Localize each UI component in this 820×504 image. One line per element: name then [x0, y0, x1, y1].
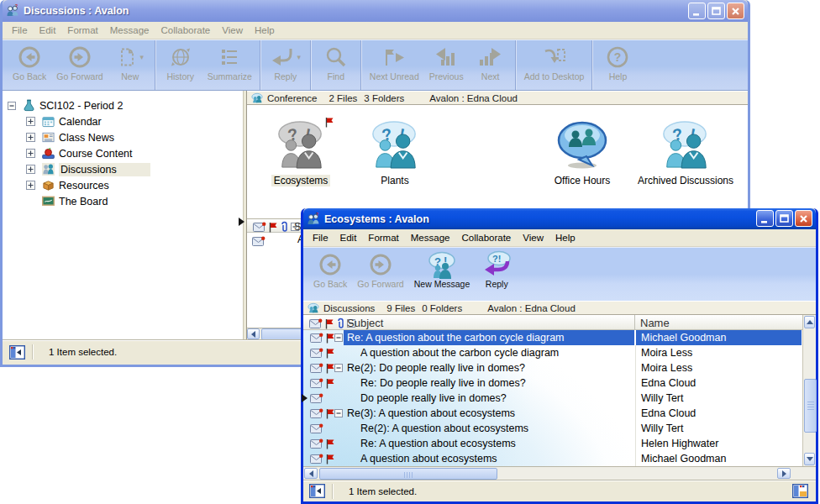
- menu-collaborate[interactable]: Collaborate: [455, 233, 517, 243]
- collapse-thread-icon[interactable]: [334, 409, 343, 417]
- menu-edit[interactable]: Edit: [34, 25, 62, 35]
- message-row[interactable]: Do people really live in domes?Willy Ter…: [303, 391, 802, 406]
- message-subject[interactable]: A question about the carbon cycle diagra…: [344, 345, 634, 360]
- menu-view[interactable]: View: [517, 233, 549, 243]
- message-row[interactable]: Re(2): Do people really live in domes?Mo…: [303, 360, 802, 375]
- message-author[interactable]: Edna Cloud: [635, 375, 802, 391]
- minimize-button[interactable]: [688, 3, 706, 19]
- toolbar-new-message-button[interactable]: ?!New Message: [409, 248, 476, 301]
- toolbar-go-forward-button[interactable]: Go Forward: [51, 40, 108, 90]
- scroll-up-button[interactable]: [804, 316, 815, 328]
- conference-item-archived-discussions[interactable]: ?!Archived Discussions: [627, 120, 744, 187]
- message-row[interactable]: Re: A question about the carbon cycle di…: [303, 330, 802, 345]
- message-row[interactable]: A question about the carbon cycle diagra…: [303, 345, 802, 360]
- toggle-right-pane-icon[interactable]: [792, 484, 808, 498]
- menu-help[interactable]: Help: [549, 233, 581, 243]
- toolbar-summarize-button[interactable]: Summarize: [202, 40, 257, 90]
- message-author[interactable]: Helen Highwater: [635, 436, 802, 451]
- toolbar-go-back-button[interactable]: Go Back: [308, 248, 352, 301]
- toolbar-go-back-button[interactable]: Go Back: [8, 40, 51, 90]
- tree-root-sci102[interactable]: SCI102 - Period 2: [3, 97, 243, 113]
- toolbar-help-button[interactable]: ?Help: [596, 40, 639, 90]
- tree-item-discussions[interactable]: Discussions: [3, 161, 243, 177]
- message-subject[interactable]: Re(2): A question about ecosystems: [344, 421, 634, 436]
- collapse-thread-icon[interactable]: [334, 333, 343, 342]
- scroll-right-button[interactable]: [777, 468, 791, 479]
- tree-item-course-content[interactable]: Course Content: [3, 145, 243, 161]
- minimize-button[interactable]: [756, 210, 774, 227]
- expand-box-icon[interactable]: [26, 117, 35, 126]
- message-subject[interactable]: Re(2): Do people really live in domes?: [344, 360, 634, 375]
- tree-item-the-board[interactable]: The Board: [3, 193, 243, 209]
- subject-column-header[interactable]: Subject: [347, 317, 383, 329]
- maximize-button[interactable]: [707, 3, 725, 19]
- expand-box-icon[interactable]: [26, 133, 35, 142]
- conference-item-office-hours[interactable]: Office Hours: [537, 120, 628, 187]
- toggle-pane-icon[interactable]: [309, 484, 325, 498]
- toggle-pane-icon[interactable]: [9, 345, 25, 360]
- toolbar-find-button[interactable]: Find: [314, 40, 358, 90]
- titlebar[interactable]: ? Ecosystems : Avalon: [303, 208, 816, 229]
- message-subject[interactable]: Re(3): A question about ecosystems: [344, 406, 634, 421]
- titlebar[interactable]: ? Discussions : Avalon: [3, 0, 748, 22]
- dropdown-caret-icon[interactable]: ▾: [139, 54, 144, 61]
- toolbar-go-forward-button[interactable]: Go Forward: [352, 248, 408, 301]
- message-author[interactable]: Michael Goodman: [635, 451, 802, 466]
- message-author[interactable]: Moira Less: [635, 345, 802, 360]
- message-subject[interactable]: A question about ecosystems: [344, 451, 634, 466]
- scrollbar-thumb[interactable]: [319, 468, 497, 480]
- maximize-button[interactable]: [775, 210, 793, 227]
- horizontal-scrollbar[interactable]: [303, 466, 791, 480]
- message-row[interactable]: Re(3): A question about ecosystemsEdna C…: [303, 406, 802, 421]
- column-divider[interactable]: [634, 315, 635, 329]
- scroll-down-button[interactable]: [804, 453, 815, 465]
- vertical-scrollbar[interactable]: [802, 315, 816, 466]
- conference-item-ecosystems[interactable]: ?!Ecosystems: [262, 120, 339, 187]
- name-column-header[interactable]: Name: [640, 317, 670, 329]
- menu-message[interactable]: Message: [405, 233, 456, 243]
- menu-format[interactable]: Format: [362, 233, 404, 243]
- scrollbar-thumb[interactable]: [804, 379, 817, 433]
- toolbar-reply-button[interactable]: ▾Reply: [264, 40, 308, 90]
- message-subject[interactable]: Re: Do people really live in domes?: [344, 375, 634, 391]
- message-row[interactable]: Re: A question about ecosystemsHelen Hig…: [303, 436, 802, 451]
- list-column-header[interactable]: Subject Name: [303, 315, 802, 330]
- expand-box-icon[interactable]: [26, 165, 35, 174]
- message-subject[interactable]: Re: A question about ecosystems: [344, 436, 634, 451]
- toolbar-add-to-desktop-button[interactable]: Add to Desktop: [519, 40, 590, 90]
- menu-help[interactable]: Help: [249, 25, 281, 35]
- tree-item-class-news[interactable]: Class News: [3, 129, 243, 145]
- toolbar-next-unread-button[interactable]: Next Unread: [365, 40, 424, 90]
- toolbar-history-button[interactable]: History: [159, 40, 202, 90]
- toolbar-reply-button[interactable]: ?!Reply: [475, 248, 518, 301]
- close-button[interactable]: [727, 3, 744, 19]
- conference-item-plants[interactable]: ?!Plants: [356, 120, 434, 187]
- toolbar-next-button[interactable]: Next: [469, 40, 512, 90]
- collapse-thread-icon[interactable]: [334, 364, 343, 372]
- menu-edit[interactable]: Edit: [334, 233, 363, 243]
- toolbar-previous-button[interactable]: Previous: [424, 40, 469, 90]
- message-author[interactable]: Edna Cloud: [635, 406, 802, 421]
- scroll-left-button[interactable]: [304, 468, 318, 479]
- tree-item-resources[interactable]: Resources: [3, 177, 243, 193]
- message-author[interactable]: Moira Less: [635, 360, 802, 375]
- dropdown-caret-icon[interactable]: ▾: [297, 54, 302, 61]
- tree-item-calendar[interactable]: Calendar: [3, 113, 243, 129]
- message-author[interactable]: Michael Goodman: [635, 330, 802, 345]
- message-row[interactable]: Re: Do people really live in domes?Edna …: [303, 375, 802, 391]
- toolbar-new-button[interactable]: ▾New: [108, 40, 152, 90]
- message-row[interactable]: A question about ecosystemsMichael Goodm…: [303, 451, 802, 466]
- message-subject[interactable]: Do people really live in domes?: [344, 391, 634, 406]
- menu-message[interactable]: Message: [104, 25, 155, 35]
- message-author[interactable]: Willy Tert: [635, 391, 802, 406]
- menu-file[interactable]: File: [307, 233, 334, 243]
- expand-box-icon[interactable]: [26, 181, 35, 190]
- expand-box-icon[interactable]: [26, 149, 35, 158]
- message-author[interactable]: Willy Tert: [635, 421, 802, 436]
- menu-file[interactable]: File: [6, 25, 34, 35]
- close-button[interactable]: [795, 210, 812, 227]
- menu-view[interactable]: View: [216, 25, 249, 35]
- menu-collaborate[interactable]: Collaborate: [155, 25, 216, 35]
- scroll-left-button[interactable]: [247, 328, 260, 339]
- message-subject[interactable]: Re: A question about the carbon cycle di…: [344, 330, 634, 345]
